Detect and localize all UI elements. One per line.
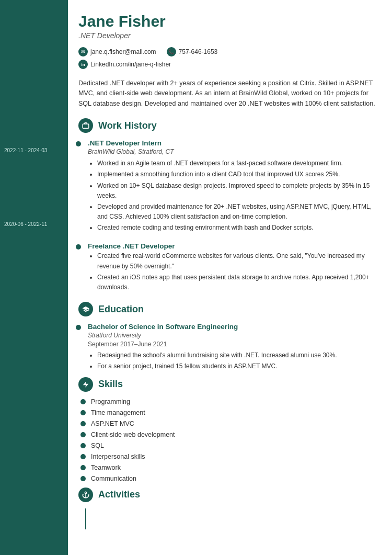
activities-line xyxy=(85,508,86,529)
skill-label-5: SQL xyxy=(91,442,104,449)
edu-bullet-1: Redesigned the school's alumni fundraisi… xyxy=(97,350,377,360)
linkedin-text: LinkedIn.com/in/jane-q-fisher xyxy=(90,61,171,68)
education-title: Education xyxy=(98,304,144,315)
date-range-2: 2020-06 - 2022-11 xyxy=(4,221,47,227)
skill-6: Interpersonal skills xyxy=(78,453,377,460)
skill-dot-4 xyxy=(80,432,86,437)
skill-3: ASP.NET MVC xyxy=(78,420,377,427)
skills-list: Programming Time management ASP.NET MVC … xyxy=(78,398,377,482)
edu-school: Stratford University xyxy=(88,332,377,339)
skill-label-7: Teamwork xyxy=(91,464,121,471)
skills-title: Skills xyxy=(98,379,123,390)
skill-dot-8 xyxy=(80,476,86,481)
svg-point-1 xyxy=(85,492,87,494)
candidate-role: .NET Developer xyxy=(78,31,377,40)
skill-7: Teamwork xyxy=(78,464,377,471)
anchor-icon xyxy=(78,488,93,502)
skill-dot-2 xyxy=(80,410,86,415)
linkedin-icon: in xyxy=(78,60,88,69)
date-range-1: 2022-11 - 2024-03 xyxy=(4,148,47,153)
linkedin-contact: in LinkedIn.com/in/jane-q-fisher xyxy=(78,60,171,69)
edu-dates: September 2017–June 2021 xyxy=(88,341,377,348)
contact-row-1: ✉ jane.q.fisher@mail.com 📞 757-646-1653 xyxy=(78,47,377,56)
job-title-1: .NET Developer Intern xyxy=(88,139,377,147)
edu-degree: Bachelor of Science in Software Engineer… xyxy=(88,323,377,331)
job-company-1: BrainWild Global, Stratford, CT xyxy=(88,148,377,155)
skill-label-6: Interpersonal skills xyxy=(91,453,145,460)
job-entry-2: Freelance .NET Developer Created five re… xyxy=(78,242,377,292)
bullet-1-4: Developed and provided maintenance for 2… xyxy=(97,202,377,222)
skill-dot-6 xyxy=(80,454,86,459)
email-icon: ✉ xyxy=(78,47,88,56)
phone-icon: 📞 xyxy=(167,47,176,56)
skill-5: SQL xyxy=(78,442,377,449)
email-contact: ✉ jane.q.fisher@mail.com xyxy=(78,47,156,56)
skill-dot-1 xyxy=(80,399,86,404)
work-history-title: Work History xyxy=(98,120,157,131)
main-content: Jane Fisher .NET Developer ✉ jane.q.fish… xyxy=(68,0,392,555)
skill-8: Communication xyxy=(78,475,377,482)
skill-dot-3 xyxy=(80,421,86,426)
skill-1: Programming xyxy=(78,398,377,405)
header: Jane Fisher .NET Developer ✉ jane.q.fish… xyxy=(78,13,377,69)
bullet-2-1: Created five real-world eCommerce websit… xyxy=(97,251,377,271)
activities-header: Activities xyxy=(78,488,377,502)
date-entry-1: 2022-11 - 2024-03 xyxy=(4,148,64,153)
bullet-1-2: Implemented a smoothing function into a … xyxy=(97,169,377,179)
edu-bullets: Redesigned the school's alumni fundraisi… xyxy=(88,350,377,371)
svg-rect-0 xyxy=(83,124,89,128)
activities-title: Activities xyxy=(98,489,140,500)
skill-label-4: Client-side web development xyxy=(91,431,175,438)
skill-4: Client-side web development xyxy=(78,431,377,438)
bullet-1-5: Created remote coding and testing enviro… xyxy=(97,223,377,233)
candidate-name: Jane Fisher xyxy=(78,13,377,30)
skill-label-2: Time management xyxy=(91,409,145,416)
bullet-2-2: Created an iOS notes app that uses persi… xyxy=(97,273,377,292)
job-title-2: Freelance .NET Developer xyxy=(88,242,377,250)
page: 2022-11 - 2024-03 2020-06 - 2022-11 Jane… xyxy=(0,0,392,555)
sidebar: 2022-11 - 2024-03 2020-06 - 2022-11 xyxy=(0,0,68,555)
phone-contact: 📞 757-646-1653 xyxy=(167,47,218,56)
skill-dot-7 xyxy=(80,465,86,470)
edu-entry-1: Bachelor of Science in Software Engineer… xyxy=(78,323,377,371)
phone-text: 757-646-1653 xyxy=(179,48,218,55)
email-text: jane.q.fisher@mail.com xyxy=(90,48,156,55)
summary-text: Dedicated .NET developer with 2+ years o… xyxy=(78,78,377,109)
bullet-1-1: Worked in an Agile team of .NET develope… xyxy=(97,158,377,168)
work-history-header: Work History xyxy=(78,118,377,133)
job-bullets-1: Worked in an Agile team of .NET develope… xyxy=(88,158,377,233)
education-header: Education xyxy=(78,302,377,316)
edu-bullet-2: For a senior project, trained 15 fellow … xyxy=(97,361,377,371)
job-entry-1: .NET Developer Intern BrainWild Global, … xyxy=(78,139,377,233)
job-bullets-2: Created five real-world eCommerce websit… xyxy=(88,251,377,292)
graduation-icon xyxy=(78,302,93,316)
sidebar-dates: 2022-11 - 2024-03 2020-06 - 2022-11 xyxy=(0,0,68,300)
bullet-1-3: Worked on 10+ SQL database design projec… xyxy=(97,181,377,201)
date-entry-2: 2020-06 - 2022-11 xyxy=(4,221,64,227)
skill-label-3: ASP.NET MVC xyxy=(91,420,134,427)
contact-row-2: in LinkedIn.com/in/jane-q-fisher xyxy=(78,60,377,69)
skill-label-1: Programming xyxy=(91,398,130,405)
skill-2: Time management xyxy=(78,409,377,416)
skill-label-8: Communication xyxy=(91,475,136,482)
briefcase-icon xyxy=(78,118,93,133)
skills-header: Skills xyxy=(78,377,377,392)
skill-dot-5 xyxy=(80,443,86,448)
bolt-icon xyxy=(78,377,93,392)
